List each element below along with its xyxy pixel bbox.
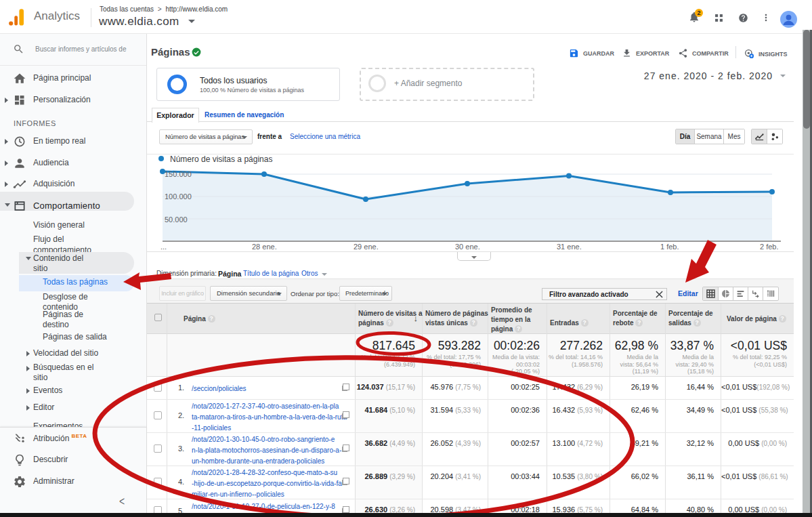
svg-text:150.000: 150.000 bbox=[165, 170, 192, 178]
svg-text:100.000: 100.000 bbox=[165, 192, 192, 201]
svg-text:Número de visitas a páginas: Número de visitas a páginas bbox=[170, 154, 272, 164]
svg-text:50.000: 50.000 bbox=[165, 215, 188, 224]
